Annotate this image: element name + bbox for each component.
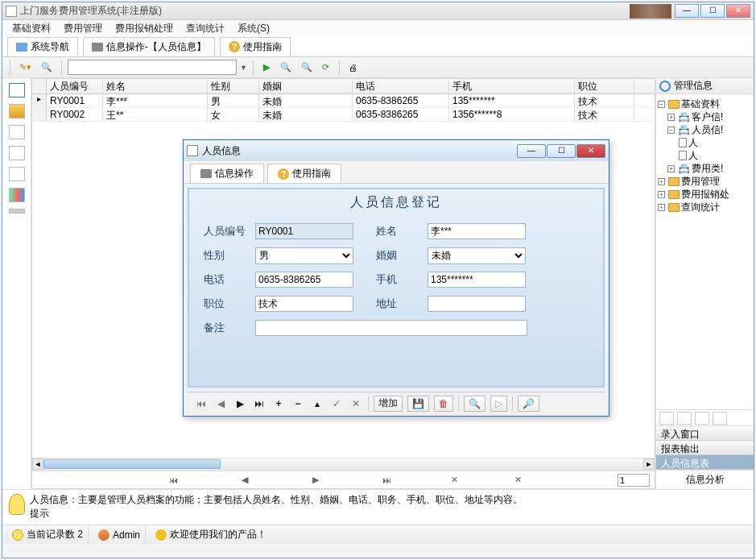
select-marriage[interactable]: 未婚 [428,247,526,264]
input-id[interactable] [255,223,353,239]
input-position[interactable] [255,296,353,312]
zoom-in-button[interactable]: 🔍 [277,60,295,75]
col-mobile[interactable]: 手机 [449,79,575,93]
nav-prev[interactable]: ◀ [213,396,228,412]
tab-guide[interactable]: ? 使用指南 [220,37,291,56]
col-sex[interactable]: 性别 [208,79,259,93]
play-icon-button[interactable]: ▷ [490,396,507,412]
save-icon-button[interactable]: 💾 [407,396,429,412]
dialog-tabs: 信息操作 ? 使用指南 [184,161,609,184]
side-icon-3[interactable] [9,125,25,139]
table-row[interactable]: RY0002 王** 女 未婚 0635-8386265 1356******8… [32,108,655,122]
pager-next[interactable]: ▶ [308,473,323,487]
tree-person-sub2[interactable]: 人 [658,149,752,162]
delete-icon-button[interactable]: 🗑 [434,396,453,412]
tree-base[interactable]: −基础资料 [658,97,752,110]
dialog-close[interactable]: ✕ [576,144,605,158]
tree-feerpt[interactable]: +费用报销处 [658,188,752,201]
btn-person-table[interactable]: 人员信息表 [656,455,754,470]
status-user: Admin [93,525,146,544]
table-row[interactable]: ▸ RY0001 李*** 男 未婚 0635-8386265 135*****… [32,94,655,108]
menu-reimb[interactable]: 费用报销处理 [109,20,180,37]
col-marriage[interactable]: 婚姻 [259,79,353,93]
rec-add[interactable]: + [271,396,286,412]
page-input[interactable] [618,474,650,487]
run-button[interactable]: ▶ [259,60,274,75]
rec-cancel[interactable]: ✕ [349,396,363,412]
scroll-right-icon[interactable]: ► [643,458,655,470]
tree-customer[interactable]: +📇客户信! [658,110,752,123]
hint-text: 人员信息：主要是管理人员档案的功能；主要包括人员姓名、性别、婚姻、电话、职务、手… [30,492,523,507]
nav-icon [16,43,27,52]
maximize-button[interactable]: ☐ [700,4,725,18]
menu-system[interactable]: 系统(S) [231,20,276,37]
rt-btn-4[interactable] [713,412,727,425]
app-icon [6,6,17,17]
select-sex[interactable]: 男 [255,247,353,264]
scroll-left-icon[interactable]: ◄ [32,458,43,470]
search-icon-button[interactable]: 🔍 [464,396,485,412]
menu-fee[interactable]: 费用管理 [57,20,109,37]
dialog-minimize[interactable]: — [517,144,546,158]
add-button[interactable]: 增加 [374,396,403,412]
side-icon-7[interactable] [9,209,25,214]
dialog-tab-guide[interactable]: ? 使用指南 [267,164,341,183]
tree-person[interactable]: −📇人员信! [658,123,752,136]
nav-first[interactable]: ⏮ [194,396,209,412]
dialog-maximize[interactable]: ☐ [547,144,576,158]
col-name[interactable]: 姓名 [103,79,208,93]
tree-query[interactable]: +查询统计 [658,201,752,214]
rec-del[interactable]: − [291,396,305,412]
rt-btn-2[interactable] [677,412,692,425]
print-button[interactable]: 🖨 [345,60,361,75]
side-icon-2[interactable] [9,104,25,118]
input-note[interactable] [255,320,527,336]
input-mobile[interactable] [428,272,526,288]
btn-input-window[interactable]: 录入窗口 [656,426,754,441]
tab-info[interactable]: 信息操作-【人员信息】 [83,37,215,56]
refresh-button[interactable]: ⟳ [319,60,333,75]
side-icon-5[interactable] [9,167,25,181]
nav-last[interactable]: ⏭ [252,396,266,412]
dialog-tab-op[interactable]: 信息操作 [190,164,264,183]
pager-last[interactable]: ⏭ [379,473,395,487]
tree-feemgr[interactable]: +费用管理 [658,175,752,188]
nav-next[interactable]: ▶ [233,396,247,412]
input-address[interactable] [428,296,526,312]
rt-btn-3[interactable] [695,412,709,425]
edit-button[interactable]: ✎▾ [16,60,35,75]
folder-icon [668,100,680,109]
scroll-thumb[interactable] [43,459,221,469]
minimize-button[interactable]: — [675,4,699,18]
filter-combo[interactable] [68,60,237,75]
tree-person-sub1[interactable]: 人 [658,136,752,149]
btn-report-output[interactable]: 报表输出 [656,441,754,455]
grid-hscroll[interactable]: ◄ ► [32,458,655,471]
side-icon-1[interactable] [9,83,25,97]
col-position[interactable]: 职位 [575,79,634,93]
right-footer[interactable]: 信息分析 [656,470,754,489]
zoom-out-button[interactable]: 🔍 [298,60,316,75]
pager-first[interactable]: ⏮ [166,473,181,487]
pager-prev[interactable]: ◀ [238,473,252,487]
rec-edit[interactable]: ▴ [310,396,324,412]
input-tel[interactable] [255,272,353,288]
dialog-icon [187,145,198,156]
search-tool-button[interactable]: 🔍 [38,60,56,75]
side-icon-4[interactable] [9,146,25,160]
menu-base[interactable]: 基础资料 [6,20,57,37]
col-tel[interactable]: 电话 [353,79,449,93]
rt-btn-1[interactable] [659,412,674,425]
side-icon-chart[interactable] [9,188,25,202]
input-name[interactable] [428,223,526,239]
cell-pos: 技术 [575,94,634,107]
menu-query[interactable]: 查询统计 [180,20,231,37]
col-id[interactable]: 人员编号 [47,79,103,93]
preview-icon-button[interactable]: 🔎 [518,396,539,412]
right-toolbar [656,409,754,425]
rec-ok[interactable]: ✓ [329,396,344,412]
tab-nav[interactable]: 系统导航 [7,37,78,56]
tree-feetype[interactable]: +📇费用类! [658,162,752,175]
label-mar: 婚姻 [376,248,428,263]
close-button[interactable]: ✕ [726,4,750,18]
